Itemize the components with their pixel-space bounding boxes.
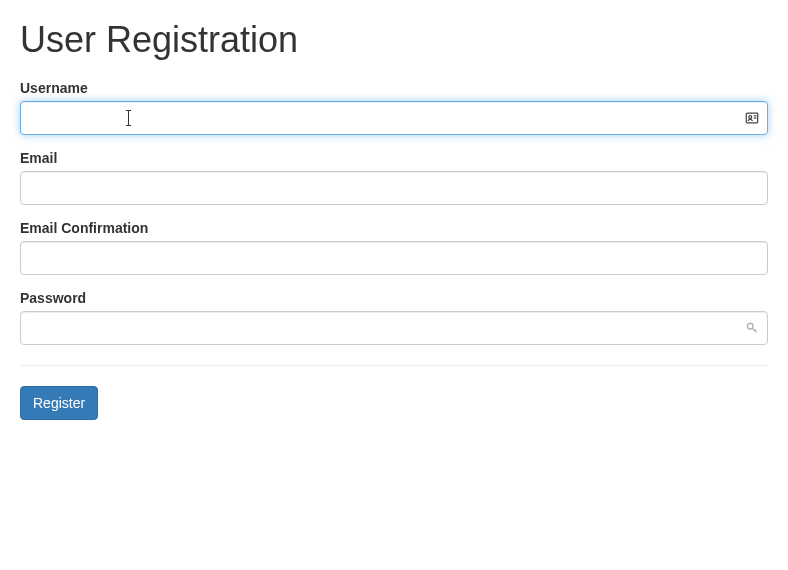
password-input[interactable] [20, 311, 768, 345]
email-input[interactable] [20, 171, 768, 205]
register-button[interactable]: Register [20, 386, 98, 420]
email-group: Email [20, 150, 768, 205]
svg-line-6 [755, 329, 756, 330]
email-label: Email [20, 150, 768, 166]
email-confirm-input[interactable] [20, 241, 768, 275]
divider [20, 365, 768, 366]
username-group: Username [20, 80, 768, 135]
username-input[interactable] [20, 101, 768, 135]
password-group: Password [20, 290, 768, 345]
password-label: Password [20, 290, 768, 306]
svg-point-4 [747, 323, 753, 329]
email-confirm-label: Email Confirmation [20, 220, 768, 236]
svg-point-1 [749, 115, 752, 118]
registration-form: Username Email Email Confirmation Passwo… [20, 80, 768, 420]
password-input-wrap [20, 311, 768, 345]
username-input-wrap [20, 101, 768, 135]
key-icon[interactable] [744, 320, 760, 336]
contact-card-icon[interactable] [744, 110, 760, 126]
username-label: Username [20, 80, 768, 96]
email-confirm-group: Email Confirmation [20, 220, 768, 275]
page-title: User Registration [20, 20, 768, 60]
